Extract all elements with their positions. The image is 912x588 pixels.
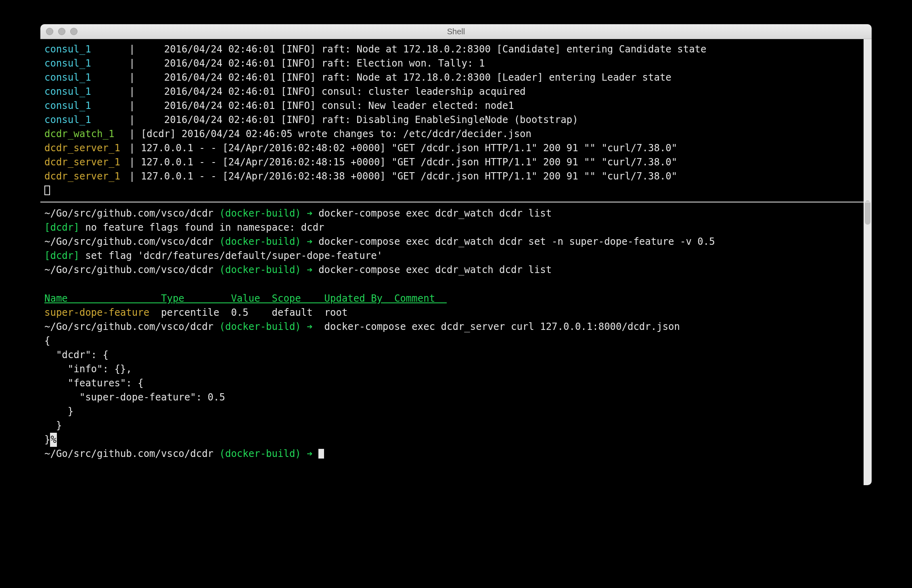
json-line: "info": {}, bbox=[44, 362, 862, 376]
json-line: "dcdr": { bbox=[44, 348, 862, 362]
traffic-lights bbox=[40, 28, 77, 35]
log-line: consul_1| 2016/04/24 02:46:01 [INFO] con… bbox=[44, 99, 862, 113]
percent-eol-icon: % bbox=[50, 433, 56, 447]
zoom-icon[interactable] bbox=[70, 28, 77, 35]
log-line: consul_1| 2016/04/24 02:46:01 [INFO] raf… bbox=[44, 71, 862, 85]
titlebar[interactable]: Shell bbox=[40, 24, 872, 39]
prompt-line: ~/Go/src/github.com/vsco/dcdr (docker-bu… bbox=[44, 206, 862, 221]
prompt-line[interactable]: ~/Go/src/github.com/vsco/dcdr (docker-bu… bbox=[44, 447, 862, 461]
log-line: dcdr_server_1| 127.0.0.1 - - [24/Apr/201… bbox=[44, 155, 862, 169]
cursor-icon bbox=[318, 449, 324, 459]
close-icon[interactable] bbox=[46, 28, 53, 35]
prompt-line: ~/Go/src/github.com/vsco/dcdr (docker-bu… bbox=[44, 263, 862, 277]
cursor-icon bbox=[44, 186, 50, 195]
prompt-line: ~/Go/src/github.com/vsco/dcdr (docker-bu… bbox=[44, 235, 862, 249]
blank-line bbox=[44, 277, 862, 292]
output-line: [dcdr] no feature flags found in namespa… bbox=[44, 221, 862, 235]
json-line: } bbox=[44, 405, 862, 419]
table-row: super-dope-feature percentile 0.5 defaul… bbox=[44, 306, 862, 320]
json-line: { bbox=[44, 334, 862, 348]
log-line: dcdr_server_1| 127.0.0.1 - - [24/Apr/201… bbox=[44, 169, 862, 183]
table-header: Name Type Value Scope Updated By Comment bbox=[44, 292, 862, 306]
json-line: "super-dope-feature": 0.5 bbox=[44, 390, 862, 405]
json-line: }% bbox=[44, 433, 862, 447]
minimize-icon[interactable] bbox=[58, 28, 65, 35]
prompt-line: ~/Go/src/github.com/vsco/dcdr (docker-bu… bbox=[44, 320, 862, 334]
output-line: [dcdr] set flag 'dcdr/features/default/s… bbox=[44, 249, 862, 263]
log-line: dcdr_server_1| 127.0.0.1 - - [24/Apr/201… bbox=[44, 141, 862, 155]
terminal-content: consul_1| 2016/04/24 02:46:01 [INFO] raf… bbox=[40, 39, 872, 485]
log-line: consul_1| 2016/04/24 02:46:01 [INFO] raf… bbox=[44, 42, 862, 56]
log-line: dcdr_watch_1| [dcdr] 2016/04/24 02:46:05… bbox=[44, 127, 862, 141]
pane-divider[interactable] bbox=[40, 202, 872, 202]
terminal-body[interactable]: consul_1| 2016/04/24 02:46:01 [INFO] raf… bbox=[40, 39, 872, 485]
log-line: consul_1| 2016/04/24 02:46:01 [INFO] raf… bbox=[44, 56, 862, 71]
log-line: consul_1| 2016/04/24 02:46:01 [INFO] con… bbox=[44, 85, 862, 99]
cursor-line bbox=[44, 183, 862, 198]
log-line: consul_1| 2016/04/24 02:46:01 [INFO] raf… bbox=[44, 113, 862, 127]
json-line: "features": { bbox=[44, 376, 862, 390]
terminal-window: Shell consul_1| 2016/04/24 02:46:01 [INF… bbox=[40, 24, 872, 485]
json-line: } bbox=[44, 419, 862, 433]
window-title: Shell bbox=[40, 27, 872, 36]
